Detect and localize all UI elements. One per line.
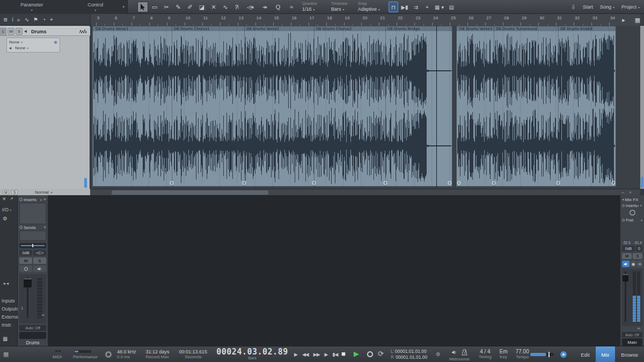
main-monitor-button[interactable] bbox=[622, 261, 630, 267]
record-arm-button[interactable] bbox=[19, 265, 32, 272]
collapse-icon[interactable]: ◂ bbox=[622, 197, 624, 202]
snap-value[interactable]: Adaptive bbox=[358, 6, 377, 12]
console-tab-instr[interactable]: Instr. bbox=[2, 322, 19, 328]
zoom-out-button[interactable]: − bbox=[621, 190, 624, 195]
mono-button[interactable]: ◉ bbox=[631, 261, 636, 267]
chevron-down-icon[interactable]: ▾ bbox=[40, 198, 42, 202]
channel-mute-button[interactable]: M bbox=[19, 257, 32, 264]
sends-header[interactable]: Sends + bbox=[19, 224, 46, 231]
chevron-down-icon[interactable]: ▾ bbox=[313, 8, 315, 11]
rewind-button[interactable]: ◀◀ bbox=[302, 352, 309, 357]
transport-info-2[interactable]: 00:01:13.615Seconds bbox=[179, 349, 208, 360]
song-setting-1[interactable]: EmKey bbox=[500, 349, 508, 360]
range-tool-icon[interactable]: ▭ bbox=[149, 2, 160, 12]
close-icon[interactable]: ✕ bbox=[2, 196, 6, 202]
click-volume-icon[interactable] bbox=[451, 350, 457, 355]
precount-toggle[interactable] bbox=[560, 351, 567, 358]
arrow-tool-icon[interactable] bbox=[137, 2, 148, 12]
mix-view-button[interactable]: Mix bbox=[596, 346, 616, 362]
power-icon[interactable] bbox=[622, 219, 625, 221]
chevron-down-icon[interactable]: ▾ bbox=[64, 9, 128, 12]
add-insert-icon[interactable]: + bbox=[640, 203, 642, 208]
autoscroll-icon[interactable]: ⇥ bbox=[246, 2, 257, 12]
add-track-icon[interactable]: + bbox=[50, 17, 53, 23]
chevron-down-icon[interactable]: ▾ bbox=[343, 8, 345, 11]
track-header-drums[interactable]: 1 M S Drums bbox=[0, 27, 90, 36]
footer-solo-button[interactable]: S bbox=[11, 190, 18, 195]
automation-icon[interactable]: ∿ bbox=[25, 17, 29, 23]
inserts-header[interactable]: Inserts ▾ + bbox=[19, 196, 46, 203]
power-icon[interactable] bbox=[19, 226, 23, 229]
detach-icon[interactable]: ↗ bbox=[10, 196, 13, 201]
help-icon[interactable]: ? bbox=[235, 4, 238, 10]
main-out-name[interactable]: Main bbox=[622, 338, 642, 346]
inserts-slot[interactable] bbox=[19, 203, 46, 224]
workspace-grid-icon[interactable]: ▦ bbox=[3, 351, 9, 358]
loop-right-value[interactable]: 00001.01.01.00 bbox=[396, 354, 427, 360]
chevron-down-icon[interactable]: ▾ bbox=[637, 204, 639, 208]
arrange-waveform[interactable] bbox=[90, 26, 640, 189]
quantize-value[interactable]: 1/16 bbox=[302, 6, 312, 12]
grid-view-icon[interactable]: ▦ bbox=[632, 14, 643, 25]
power-icon[interactable] bbox=[622, 204, 625, 207]
pan-readout[interactable]: <C> bbox=[33, 250, 46, 256]
marker-icon[interactable]: ⚑ bbox=[33, 17, 38, 23]
pan-slider[interactable] bbox=[19, 243, 46, 248]
add-insert-icon[interactable]: + bbox=[43, 197, 46, 202]
song-setting-2[interactable]: 77.00Tempo bbox=[516, 349, 529, 360]
fader-handle[interactable] bbox=[24, 278, 32, 287]
channel-solo-button[interactable]: S bbox=[33, 257, 46, 264]
return-to-start-button[interactable]: ▮◀ bbox=[333, 352, 338, 357]
mixfx-header[interactable]: ◂ Mix FX bbox=[622, 196, 642, 203]
quantize-apply-icon[interactable]: Q bbox=[273, 2, 283, 12]
track-mode-select[interactable]: Normal bbox=[35, 190, 49, 195]
inspector-icon[interactable]: i bbox=[12, 17, 13, 23]
time-display-value[interactable]: 00024.03.02.89 bbox=[215, 348, 290, 356]
chevron-down-icon[interactable]: ▾ bbox=[0, 9, 64, 12]
track-output-row[interactable]: None ▾ bbox=[9, 45, 57, 51]
eraser-tool-icon[interactable]: ◪ bbox=[196, 2, 207, 12]
console-grid-icon[interactable]: ▦ bbox=[3, 336, 8, 342]
pointer-icon[interactable]: ▹ bbox=[18, 17, 20, 23]
track-output-value[interactable]: None bbox=[15, 46, 25, 50]
pencil-tool-icon[interactable]: ✎ bbox=[173, 2, 184, 12]
record-button[interactable] bbox=[367, 351, 373, 357]
edit-view-button[interactable]: Edit bbox=[575, 346, 595, 362]
gear-icon[interactable]: ⚙ bbox=[436, 351, 441, 357]
track-solo-button[interactable]: S bbox=[16, 28, 23, 35]
track-zoom-slider[interactable] bbox=[84, 178, 87, 188]
transport-info-1[interactable]: 31:12 daysRecord Max bbox=[146, 349, 170, 360]
snap-toggle-icon[interactable]: ⊓ bbox=[389, 2, 398, 12]
bend-tool-icon[interactable]: ∿ bbox=[220, 2, 231, 12]
chevron-down-icon[interactable]: ▾ bbox=[638, 5, 640, 9]
arrange-horizontal-scrollbar[interactable]: − + bbox=[90, 189, 640, 195]
time-display[interactable]: 00024.03.02.89 Bars bbox=[215, 348, 290, 360]
vertical-zoom-thumb[interactable] bbox=[641, 177, 643, 188]
grid-menu-icon[interactable]: ▦ ▾ bbox=[434, 2, 445, 12]
scroll-right-icon[interactable]: ▸ bbox=[618, 14, 629, 25]
power-icon[interactable] bbox=[19, 198, 23, 201]
mixfx-knob[interactable] bbox=[630, 210, 635, 216]
project-page-button[interactable]: Project▾ bbox=[621, 4, 640, 10]
time-display-unit[interactable]: Bars bbox=[215, 356, 290, 360]
link-button[interactable]: ∞ bbox=[637, 261, 642, 267]
macro-section-control[interactable]: Control ▾ bbox=[64, 3, 128, 12]
follow-icon[interactable]: ↠ bbox=[259, 2, 270, 12]
track-input-row[interactable]: None ▾ ◉ bbox=[9, 39, 57, 45]
chevron-down-icon[interactable]: ▾ bbox=[27, 46, 28, 50]
timebase-value[interactable]: Bars bbox=[331, 6, 341, 12]
zoom-in-button[interactable]: + bbox=[629, 190, 632, 195]
fast-forward-button[interactable]: ▶▶ bbox=[313, 352, 320, 357]
timer-icon[interactable]: ◔ bbox=[42, 17, 46, 23]
humanize-icon[interactable]: ≈ bbox=[286, 2, 297, 12]
macro-section-parameter[interactable]: Parameter ▾ bbox=[0, 3, 64, 12]
volume-readout[interactable]: 0dB bbox=[19, 250, 32, 256]
loop-left-value[interactable]: 00001.01.01.00 bbox=[395, 349, 427, 354]
main-pan-readout[interactable]: 0 bbox=[636, 246, 642, 252]
main-post-header[interactable]: Post ▾ bbox=[622, 217, 642, 223]
sends-slot[interactable] bbox=[19, 231, 46, 241]
add-send-icon[interactable]: + bbox=[43, 225, 46, 230]
chevron-down-icon[interactable]: ▾ bbox=[51, 190, 53, 194]
stop-button[interactable]: ■ bbox=[341, 350, 346, 358]
monitor-button[interactable] bbox=[33, 265, 46, 272]
